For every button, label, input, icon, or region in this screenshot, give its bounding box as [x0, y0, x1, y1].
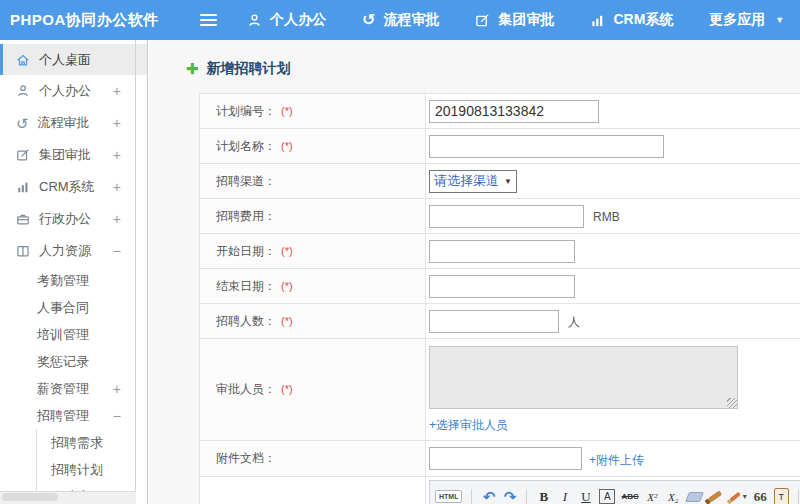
sidebar-label: 人力资源	[39, 242, 91, 260]
sidebar-item-recruit-plan[interactable]: 招聘计划	[37, 456, 147, 483]
expand-plus-icon[interactable]: +	[113, 381, 121, 397]
user-icon	[247, 13, 262, 28]
approvers-textarea[interactable]	[429, 346, 738, 409]
sidebar-label: 流程审批	[38, 114, 90, 132]
nav-item-more-apps[interactable]: 更多应用 ▼	[709, 11, 784, 29]
required-marker: (*)	[281, 383, 293, 395]
app-logo: PHPOA协同办公软件	[0, 11, 168, 30]
top-navbar: PHPOA协同办公软件 个人办公 ↺ 流程审批 集团审批	[0, 0, 800, 40]
sidebar-hr-submenu: 考勤管理 人事合同 培训管理 奖惩记录 薪资管理 + 招聘管理 −	[0, 267, 147, 504]
sidebar-scrollbar-track[interactable]	[135, 40, 136, 492]
book-icon	[16, 244, 30, 258]
expand-plus-icon[interactable]: +	[113, 211, 121, 227]
main-content: ✚ 新增招聘计划 计划编号：(*) 计划名称：(*) 招聘渠道： 请选择渠道 ▼	[149, 40, 800, 504]
sidebar-item-rewards[interactable]: 奖惩记录	[0, 348, 147, 375]
sidebar-label: 招聘管理	[37, 407, 89, 425]
field-label: 计划名称：	[216, 139, 276, 153]
collapse-minus-icon[interactable]: −	[113, 243, 121, 259]
field-label: 招聘人数：	[216, 314, 276, 328]
required-marker: (*)	[281, 245, 293, 257]
required-marker: (*)	[281, 105, 293, 117]
nav-label: CRM系统	[613, 11, 673, 29]
sidebar-item-crm[interactable]: CRM系统 +	[0, 171, 147, 203]
sidebar-label: 招聘计划	[51, 461, 103, 479]
attachment-input[interactable]	[429, 447, 582, 470]
required-marker: (*)	[281, 140, 293, 152]
sidebar-item-training[interactable]: 培训管理	[0, 321, 147, 348]
headcount-input[interactable]	[429, 310, 559, 333]
editor-html-source-button[interactable]: HTML	[435, 490, 462, 503]
sidebar-item-group-approval[interactable]: 集团审批 +	[0, 139, 147, 171]
editor-subscript-button[interactable]: X₂	[666, 488, 681, 504]
nav-item-crm[interactable]: CRM系统	[590, 11, 673, 29]
expand-plus-icon[interactable]: +	[113, 83, 121, 99]
plan-number-input[interactable]	[429, 100, 599, 123]
sidebar-item-salary[interactable]: 薪资管理 +	[0, 375, 147, 402]
process-approval-icon: ↺	[362, 12, 375, 28]
expand-plus-icon[interactable]: +	[113, 115, 121, 131]
editor-bold-button[interactable]: B	[536, 488, 551, 504]
sidebar-item-attendance[interactable]: 考勤管理	[0, 267, 147, 294]
sidebar-item-recruit-demand[interactable]: 招聘需求	[37, 429, 147, 456]
form-row-cost: 招聘费用： RMB	[200, 199, 800, 234]
edit-square-icon	[16, 148, 30, 162]
sidebar-item-hr[interactable]: 人力资源 −	[0, 235, 147, 267]
form-row-end-date: 结束日期：(*)	[200, 269, 800, 304]
sidebar-label: 培训管理	[37, 326, 89, 344]
sidebar-item-personal-office[interactable]: 个人办公 +	[0, 75, 147, 107]
editor-remove-format-icon[interactable]	[685, 492, 704, 502]
editor-undo-icon[interactable]: ↶	[481, 488, 496, 504]
sidebar-item-recruit-mgmt[interactable]: 招聘管理 −	[0, 402, 147, 429]
sidebar-item-admin-office[interactable]: 行政办公 +	[0, 203, 147, 235]
nav-item-process-approval[interactable]: ↺ 流程审批	[362, 11, 439, 29]
channel-select[interactable]: 请选择渠道 ▼	[429, 170, 517, 193]
sidebar-item-process-approval[interactable]: ↺ 流程审批 +	[0, 107, 147, 139]
sidebar-item-hr-contract[interactable]: 人事合同	[0, 294, 147, 321]
field-label: 附件文档：	[216, 451, 276, 465]
menu-toggle-icon[interactable]	[200, 11, 217, 29]
cost-input[interactable]	[429, 205, 584, 228]
editor-redo-icon[interactable]: ↷	[502, 488, 517, 504]
sidebar-label: 个人桌面	[39, 51, 91, 69]
nav-item-group-approval[interactable]: 集团审批	[475, 11, 554, 29]
editor-underline-button[interactable]: U	[578, 488, 593, 504]
expand-plus-icon[interactable]: +	[113, 179, 121, 195]
user-icon	[16, 84, 30, 98]
attachment-upload-link[interactable]: +附件上传	[589, 453, 644, 467]
collapse-minus-icon[interactable]: −	[113, 408, 121, 424]
top-nav-menu: 个人办公 ↺ 流程审批 集团审批 CRM系统 更多应用 ▼	[247, 11, 784, 29]
select-caret-icon: ▼	[504, 177, 512, 186]
editor-italic-button[interactable]: I	[557, 488, 572, 504]
nav-label: 流程审批	[383, 11, 439, 29]
channel-select-value: 请选择渠道	[434, 172, 499, 190]
editor-toolbar-row-1: HTML ↶ ↷ B I U A ABC X² X₂	[430, 481, 800, 504]
process-approval-icon: ↺	[16, 116, 29, 131]
sidebar-label: 人事合同	[37, 299, 89, 317]
nav-item-personal-office[interactable]: 个人办公	[247, 11, 326, 29]
field-label: 开始日期：	[216, 244, 276, 258]
sidebar-label: 奖惩记录	[37, 353, 89, 371]
editor-text-style-button[interactable]: A	[599, 489, 615, 504]
editor-superscript-button[interactable]: X²	[645, 488, 660, 504]
editor-blockquote-button[interactable]: 66	[753, 488, 768, 504]
end-date-input[interactable]	[429, 275, 575, 298]
required-marker: (*)	[281, 280, 293, 292]
sidebar-horizontal-scrollbar[interactable]	[0, 491, 136, 504]
editor-highlight-pen-icon[interactable]	[729, 491, 741, 502]
plan-name-input[interactable]	[429, 135, 664, 158]
sidebar: 个人桌面 个人办公 + ↺ 流程审批 + 集团审批 +	[0, 40, 148, 504]
required-marker: (*)	[281, 315, 293, 327]
expand-plus-icon[interactable]: +	[113, 147, 121, 163]
editor-strikethrough-button[interactable]: ABC	[621, 488, 638, 504]
form-row-plan-name: 计划名称：(*)	[200, 129, 800, 164]
editor-format-brush-icon[interactable]	[708, 490, 722, 502]
editor-paste-text-icon[interactable]: T	[774, 488, 789, 504]
sidebar-label: 招聘需求	[51, 434, 103, 452]
resize-handle-icon[interactable]	[727, 398, 737, 408]
select-approvers-link[interactable]: +选择审批人员	[429, 418, 508, 432]
sidebar-item-personal-desktop[interactable]: 个人桌面	[0, 44, 147, 75]
bar-chart-icon	[16, 180, 30, 194]
sidebar-label: 个人办公	[39, 82, 91, 100]
start-date-input[interactable]	[429, 240, 575, 263]
field-label: 计划编号：	[216, 104, 276, 118]
